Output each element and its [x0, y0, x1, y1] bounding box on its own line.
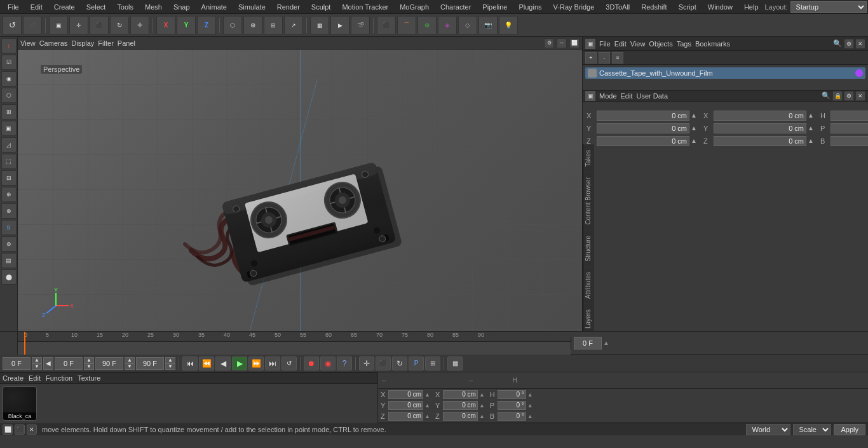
tool6-button[interactable]: S: [1, 220, 17, 235]
step-back-button[interactable]: ⏪: [199, 356, 214, 370]
select-all-button[interactable]: ☑: [1, 55, 17, 70]
menu-pipeline[interactable]: Pipeline: [477, 2, 512, 12]
objects-edit-menu[interactable]: Edit: [614, 40, 627, 48]
model-mode-button[interactable]: ▣: [49, 16, 68, 35]
object-row-cassette[interactable]: L Cassette_Tape_with_Unwound_Film: [585, 67, 865, 79]
status-icon-1[interactable]: ⬜: [3, 424, 13, 435]
tool4-button[interactable]: ⊕: [1, 187, 17, 202]
x-pos-coord-input[interactable]: [388, 390, 423, 399]
menu-select[interactable]: Select: [81, 2, 111, 12]
attr-search-icon[interactable]: 🔍: [821, 91, 831, 101]
b-input[interactable]: [831, 136, 868, 146]
vtab-layers[interactable]: Layers: [583, 304, 594, 334]
generator-button[interactable]: ⊛: [417, 16, 437, 35]
menu-render[interactable]: Render: [272, 2, 305, 12]
menu-character[interactable]: Character: [435, 2, 476, 12]
deformer-button[interactable]: ◈: [438, 16, 457, 35]
motion-grid-button[interactable]: ⊞: [425, 356, 440, 370]
points-button[interactable]: ⊞: [1, 104, 17, 119]
start-frame-up[interactable]: ▲: [32, 357, 42, 363]
z2-coord-input[interactable]: [443, 412, 478, 421]
attr-user-data-menu[interactable]: User Data: [637, 92, 668, 100]
menu-redshift[interactable]: Redshift: [636, 2, 672, 12]
menu-mograph[interactable]: MoGraph: [395, 2, 434, 12]
b-coord-arrow[interactable]: ▲: [527, 413, 533, 419]
attr-close-button[interactable]: ✕: [855, 91, 865, 101]
mat-function-menu[interactable]: Function: [46, 374, 72, 382]
viewport-menu-view[interactable]: View: [20, 39, 36, 47]
z-scale-input[interactable]: [714, 136, 806, 146]
menu-vray[interactable]: V-Ray Bridge: [548, 2, 600, 12]
cube-button[interactable]: ⬛: [377, 16, 396, 35]
light-button[interactable]: 💡: [499, 16, 518, 35]
menu-tools[interactable]: Tools: [112, 2, 139, 12]
menu-sculpt[interactable]: Sculpt: [306, 2, 336, 12]
viewport-canvas[interactable]: Perspective: [18, 50, 582, 331]
mat-edit-menu[interactable]: Edit: [29, 374, 41, 382]
current-frame-input[interactable]: [574, 337, 602, 350]
tool3-button[interactable]: ⊟: [1, 170, 17, 186]
objects-view-menu[interactable]: View: [630, 40, 646, 48]
loop-button[interactable]: ↺: [281, 356, 297, 370]
object-button[interactable]: ⬡: [223, 16, 242, 35]
end-frame2-down[interactable]: ▼: [165, 363, 175, 370]
y2-coord-input[interactable]: [443, 401, 478, 410]
viewport-settings-button[interactable]: ⚙: [544, 38, 554, 48]
move-mode-button[interactable]: ✛: [130, 16, 149, 35]
h-input[interactable]: [831, 111, 868, 121]
play-reverse-button[interactable]: ◀: [215, 356, 231, 370]
end-frame-down[interactable]: ▼: [125, 363, 135, 370]
end-frame-up[interactable]: ▲: [125, 357, 135, 363]
scale-mode-button[interactable]: ⬛: [90, 16, 109, 35]
attr-settings-button[interactable]: ⚙: [844, 91, 854, 101]
objects-search-icon[interactable]: 🔍: [832, 39, 843, 49]
objects-file-menu[interactable]: File: [599, 40, 611, 48]
timeline-playhead[interactable]: [24, 332, 25, 355]
polygon-button[interactable]: ⬡: [1, 88, 17, 103]
prev-keyframe-button[interactable]: ◀: [43, 357, 53, 370]
y-scale-input[interactable]: [714, 123, 806, 133]
array-button[interactable]: ⊞: [264, 16, 283, 35]
viewport-lock-button[interactable]: ↔: [557, 38, 567, 48]
mat-create-menu[interactable]: Create: [3, 374, 24, 382]
h-coord-input[interactable]: [498, 390, 526, 399]
menu-create[interactable]: Create: [49, 2, 80, 12]
end-frame-input[interactable]: [95, 357, 123, 370]
transport-current-frame-input[interactable]: [55, 357, 83, 370]
x2-coord-input[interactable]: [443, 390, 478, 399]
menu-script[interactable]: Script: [674, 2, 702, 12]
auto-keyframe-button[interactable]: ◉: [320, 356, 336, 370]
render-region-button[interactable]: ▦: [310, 16, 329, 35]
subdivision-button[interactable]: ▣: [1, 121, 17, 136]
y-axis-button[interactable]: Y: [177, 16, 196, 35]
vtab-content-browser[interactable]: Content Browser: [583, 172, 594, 229]
start-frame-down[interactable]: ▼: [32, 363, 42, 370]
axis-mode-button[interactable]: ✛: [69, 16, 88, 35]
attr-mode-menu[interactable]: Mode: [599, 92, 617, 100]
object-visibility-dot[interactable]: [855, 69, 863, 77]
keyframe-help-button[interactable]: ?: [337, 356, 352, 370]
field-button[interactable]: ◇: [458, 16, 477, 35]
live-select-button[interactable]: ◉: [1, 71, 17, 86]
delete-object-button[interactable]: -: [599, 52, 610, 64]
viewport-menu-panel[interactable]: Panel: [118, 39, 135, 47]
menu-plugins[interactable]: Plugins: [513, 2, 546, 12]
vtab-structure[interactable]: Structure: [583, 230, 594, 267]
vtab-takes[interactable]: Takes: [583, 144, 594, 172]
x-pos-arrow-btn[interactable]: ▲: [424, 391, 430, 398]
layout-select[interactable]: Startup: [790, 1, 867, 13]
status-icon-2[interactable]: ⬛: [15, 424, 25, 435]
viewport-maximize-button[interactable]: ⬜: [569, 38, 580, 48]
material-thumb-black[interactable]: Black_ca: [3, 386, 37, 421]
menu-help[interactable]: Help: [739, 2, 764, 12]
motion-scale-button[interactable]: ⬛: [376, 356, 391, 370]
record-button[interactable]: ⏺: [304, 356, 319, 370]
z2-arrow-btn[interactable]: ▲: [479, 413, 485, 419]
start-frame-input[interactable]: [3, 357, 31, 370]
objects-bookmarks-menu[interactable]: Bookmarks: [695, 40, 730, 48]
menu-simulate[interactable]: Simulate: [233, 2, 271, 12]
b-coord-input[interactable]: [498, 412, 526, 421]
render-picture-viewer-button[interactable]: 🎬: [351, 16, 370, 35]
attr-edit-menu[interactable]: Edit: [621, 92, 633, 100]
p-input[interactable]: [831, 123, 868, 133]
